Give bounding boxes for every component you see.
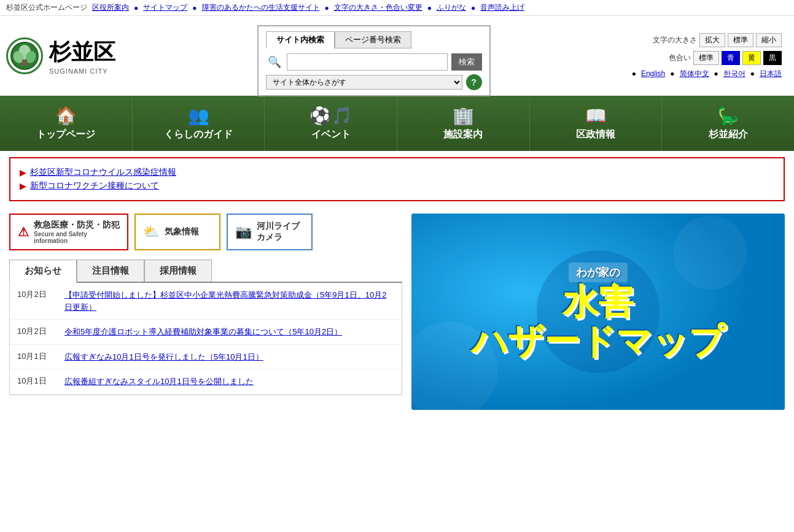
logo-circle: [6, 37, 43, 74]
news-item: 10月2日 【申請受付開始しました】杉並区中小企業光熱費高騰緊急対策助成金（5年…: [10, 283, 402, 320]
emergency-label-ja: 救急医療・防災・防犯: [34, 220, 120, 231]
news-item: 10月1日 広報番組すぎなみスタイル10月1日号を公開しました: [10, 369, 402, 395]
news-link-1: 【申請受付開始しました】杉並区中小企業光熱費高騰緊急対策助成金（5年9月1日、1…: [64, 289, 394, 313]
logo-svg: [10, 41, 39, 71]
alert-link-2[interactable]: 新型コロナワクチン接種について: [30, 180, 159, 191]
normal-button[interactable]: 標準: [728, 33, 753, 47]
tab-spotlight[interactable]: 注目情報: [77, 260, 144, 282]
camera-button[interactable]: 📷 河川ライブカメラ: [227, 214, 313, 250]
home-icon: 🏠: [55, 106, 77, 126]
svg-rect-4: [22, 60, 27, 66]
building-icon: 🏢: [453, 106, 474, 126]
nav-intro[interactable]: 🦕 杉並紹介: [662, 96, 794, 151]
news-date-4: 10月1日: [17, 376, 57, 387]
tab-page-search[interactable]: ページ番号検索: [335, 31, 411, 48]
weather-button[interactable]: ⛅ 気象情報: [134, 214, 220, 250]
warning-icon: ⚠: [18, 225, 29, 239]
news-date-2: 10月2日: [17, 326, 57, 337]
office-link[interactable]: 区役所案内: [92, 2, 129, 13]
news-item: 10月1日 広報すぎなみ10月1日号を発行しました（5年10月1日）: [10, 345, 402, 370]
info-tabs: お知らせ 注目情報 採用情報: [9, 260, 402, 283]
alert-box: ▶ 杉並区新型コロナウイルス感染症情報 ▶ 新型コロナワクチン接種について: [9, 157, 785, 201]
alert-arrow-2: ▶: [20, 181, 26, 191]
tab-jobs[interactable]: 採用情報: [144, 260, 212, 282]
search-tabs: サイト内検索 ページ番号検索: [266, 31, 482, 48]
color-black-button[interactable]: 黒: [763, 51, 782, 65]
nav-politics[interactable]: 📖 区政情報: [530, 96, 663, 151]
shrink-button[interactable]: 縮小: [756, 33, 782, 47]
quick-links: ⚠ 救急医療・防災・防犯 Secure and Safetyinformatio…: [9, 214, 402, 250]
hazard-banner[interactable]: わが家の 水害 ハザードマップ: [411, 214, 785, 410]
audio-link[interactable]: 音声読み上げ: [480, 2, 524, 13]
site-name-label: 杉並区公式ホームページ: [6, 2, 87, 13]
color-yellow-button[interactable]: 黄: [742, 51, 761, 65]
nav-events[interactable]: ⚽🎵 イベント: [265, 96, 397, 151]
nav-events-label: イベント: [311, 128, 351, 141]
furigana-link[interactable]: ふりがな: [437, 2, 466, 13]
nav-facilities[interactable]: 🏢 施設案内: [397, 96, 530, 151]
emergency-button[interactable]: ⚠ 救急医療・防災・防犯 Secure and Safetyinformatio…: [9, 214, 128, 250]
search-icon: 🔍: [266, 53, 283, 71]
alert-arrow-1: ▶: [20, 168, 26, 177]
book-icon: 📖: [585, 106, 607, 126]
svg-point-6: [673, 216, 747, 290]
lang-chinese[interactable]: 简体中文: [680, 69, 709, 79]
cloud-icon: ⛅: [143, 224, 160, 240]
logo-kanji: 杉並区: [49, 37, 115, 67]
tab-news[interactable]: お知らせ: [9, 260, 77, 283]
nav-life[interactable]: 👥 くらしのガイド: [133, 96, 265, 151]
nav-menu: 🏠 トップページ 👥 くらしのガイド ⚽🎵 イベント 🏢 施設案内 📖 区政情報…: [0, 96, 794, 151]
search-input-row: 🔍 検索: [266, 53, 482, 71]
lang-korean[interactable]: 한국어: [723, 69, 745, 79]
right-panel: わが家の 水害 ハザードマップ: [411, 214, 785, 410]
main-content: ⚠ 救急医療・防災・防犯 Secure and Safetyinformatio…: [0, 207, 794, 416]
logo-text: 杉並区 SUGINAMI CITY: [49, 37, 115, 75]
alert-item-1: ▶ 杉並区新型コロナウイルス感染症情報: [20, 167, 774, 178]
help-button[interactable]: ?: [466, 74, 482, 90]
news-date-3: 10月1日: [17, 351, 57, 362]
banner-title-large: 水害 ハザードマップ: [472, 282, 725, 361]
nav-politics-label: 区政情報: [576, 128, 615, 141]
nav-life-label: くらしのガイド: [164, 128, 233, 141]
search-button[interactable]: 検索: [451, 53, 482, 71]
mascot-icon: 🦕: [717, 106, 739, 126]
font-size-row: 文字の大きさ 拡大 標準 縮小: [653, 33, 782, 47]
news-link-4: 広報番組すぎなみスタイル10月1日号を公開しました: [64, 376, 254, 388]
news-link-3: 広報すぎなみ10月1日号を発行しました（5年10月1日）: [64, 351, 263, 363]
nav-facilities-label: 施設案内: [443, 128, 483, 141]
logo-area: 杉並区 SUGINAMI CITY: [6, 37, 115, 75]
header: 杉並区 SUGINAMI CITY サイト内検索 ページ番号検索 🔍 検索 サイ…: [0, 16, 794, 96]
font-size-label: 文字の大きさ: [653, 35, 697, 45]
enlarge-button[interactable]: 拡大: [699, 33, 725, 47]
news-list: 10月2日 【申請受付開始しました】杉並区中小企業光熱費高騰緊急対策助成金（5年…: [9, 283, 402, 395]
alert-link-1[interactable]: 杉並区新型コロナウイルス感染症情報: [30, 167, 176, 178]
nav-top-label: トップページ: [36, 128, 95, 141]
color-standard-button[interactable]: 標準: [693, 51, 719, 65]
lang-english[interactable]: English: [641, 69, 665, 78]
logo-roman: SUGINAMI CITY: [49, 67, 115, 75]
fontsize-link[interactable]: 文字の大きさ・色合い変更: [334, 2, 422, 13]
left-panel: ⚠ 救急医療・防災・防犯 Secure and Safetyinformatio…: [9, 214, 402, 410]
lang-japanese[interactable]: 日本語: [760, 69, 782, 79]
weather-label-ja: 気象情報: [165, 226, 199, 237]
news-date-1: 10月2日: [17, 289, 57, 300]
camera-label-ja: 河川ライブカメラ: [257, 221, 300, 243]
news-item: 10月2日 令和5年度介護ロボット導入経費補助対象事業の募集について（5年10月…: [10, 320, 402, 345]
nav-top[interactable]: 🏠 トップページ: [0, 96, 133, 151]
search-scope-dropdown[interactable]: サイト全体からさがす: [266, 75, 462, 90]
banner-title-small: わが家の: [569, 263, 628, 282]
color-label: 色合い: [669, 53, 691, 63]
disability-link[interactable]: 障害のあるかたへの生活支援サイト: [202, 2, 320, 13]
emergency-label-en: Secure and Safetyinformation: [34, 231, 120, 244]
sitemap-link[interactable]: サイトマップ: [143, 2, 187, 13]
top-bar: 杉並区公式ホームページ 区役所案内 ● サイトマップ ● 障害のあるかたへの生活…: [0, 0, 794, 16]
language-row: ● English ● 简体中文 ● 한국어 ● 日本語: [632, 69, 782, 79]
color-row: 色合い 標準 青 黄 黒: [669, 51, 782, 65]
color-blue-button[interactable]: 青: [722, 51, 740, 65]
search-area: サイト内検索 ページ番号検索 🔍 検索 サイト全体からさがす ?: [257, 25, 491, 96]
tab-site-search[interactable]: サイト内検索: [266, 31, 335, 48]
event-icon: ⚽🎵: [309, 106, 352, 126]
search-dropdown-row: サイト全体からさがす ?: [266, 74, 482, 90]
search-input[interactable]: [287, 53, 448, 71]
alert-item-2: ▶ 新型コロナワクチン接種について: [20, 180, 774, 191]
